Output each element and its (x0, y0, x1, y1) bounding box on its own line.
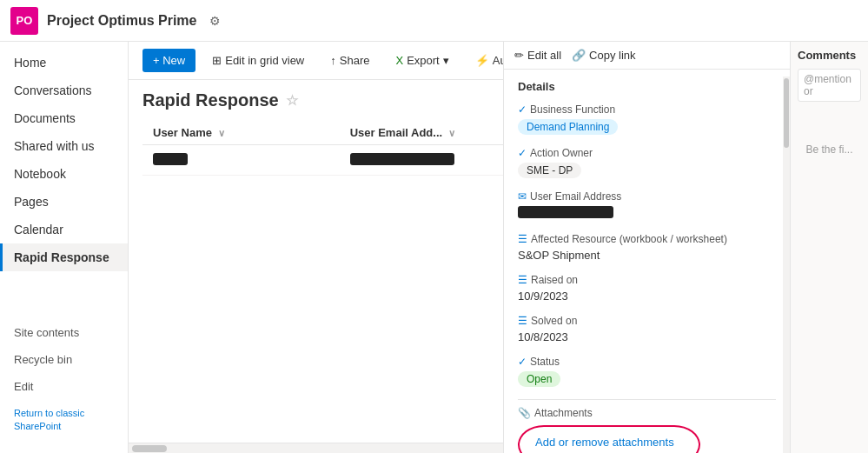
value-status: Open (518, 371, 776, 387)
content-area: + New ⊞ Edit in grid view ↑ Share X Expo… (129, 42, 868, 453)
detail-top-bar: ✏ Edit all 🔗 Copy link (504, 42, 790, 70)
badge-business-function: Demand Planning (518, 119, 618, 135)
return-to-classic[interactable]: Return to classic SharePoint (0, 400, 128, 439)
sidebar-bottom: Site contents Recycle bin Edit Return to… (0, 319, 128, 446)
field-business-function: ✓ Business Function Demand Planning (518, 103, 776, 135)
field-solved-on: ☰ Solved on 10/8/2023 (518, 315, 776, 343)
sidebar-item-shared[interactable]: Shared with us (0, 132, 128, 160)
value-action-owner: SME - DP (518, 163, 776, 178)
calendar-icon-raised: ☰ (518, 274, 527, 286)
sort-icon-user-name: ∨ (218, 128, 225, 138)
edit-grid-button[interactable]: ⊞ Edit in grid view (202, 49, 314, 72)
label-affected-resource: ☰ Affected Resource (workbook / workshee… (518, 233, 776, 245)
badge-action-owner: SME - DP (518, 163, 581, 178)
cell-user-name (142, 145, 340, 176)
redacted-email (518, 206, 613, 218)
field-user-email: ✉ User Email Address (518, 190, 776, 221)
sidebar: Home Conversations Documents Shared with… (0, 42, 129, 453)
export-chevron-icon: ▾ (443, 54, 449, 67)
sidebar-item-calendar[interactable]: Calendar (0, 216, 128, 243)
sort-icon-user-email: ∨ (448, 128, 455, 138)
top-header: PO Project Optimus Prime ⚙ (0, 0, 868, 42)
detail-divider (518, 399, 776, 400)
sidebar-item-site-contents[interactable]: Site contents (0, 319, 128, 346)
sidebar-item-documents[interactable]: Documents (0, 104, 128, 132)
value-affected-resource: S&OP Shipment (518, 249, 776, 262)
field-affected-resource: ☰ Affected Resource (workbook / workshee… (518, 233, 776, 262)
label-raised-on: ☰ Raised on (518, 274, 776, 286)
edit-all-button[interactable]: ✏ Edit all (514, 49, 561, 62)
share-button[interactable]: ↑ Share (321, 49, 379, 72)
value-user-email (518, 206, 776, 221)
comments-placeholder-text: Be the fi... (798, 143, 861, 156)
label-user-email: ✉ User Email Address (518, 190, 776, 203)
scrollbar-thumb (132, 445, 167, 452)
sidebar-item-pages[interactable]: Pages (0, 188, 128, 216)
comments-input[interactable]: @mention or (798, 69, 861, 102)
new-button[interactable]: + New (142, 49, 195, 72)
detail-scrollbar-thumb (784, 78, 789, 148)
sidebar-item-rapid-response[interactable]: Rapid Response (0, 243, 128, 271)
paperclip-icon: 📎 (518, 407, 531, 419)
check-icon-ao: ✓ (518, 147, 527, 159)
sidebar-item-edit[interactable]: Edit (0, 373, 128, 400)
check-icon-bf: ✓ (518, 103, 527, 116)
value-raised-on: 10/9/2023 (518, 290, 776, 303)
detail-panel: ✏ Edit all 🔗 Copy link Details ✓ Busi (503, 42, 790, 453)
sidebar-item-home[interactable]: Home (0, 49, 128, 77)
right-panels: ✏ Edit all 🔗 Copy link Details ✓ Busi (503, 42, 868, 453)
calendar-icon-solved: ☰ (518, 315, 527, 327)
sidebar-item-notebook[interactable]: Notebook (0, 160, 128, 188)
label-solved-on: ☰ Solved on (518, 315, 776, 327)
check-icon-status: ✓ (518, 356, 527, 368)
grid-icon: ⊞ (212, 54, 222, 67)
detail-vertical-scrollbar[interactable] (783, 77, 790, 453)
export-button[interactable]: X Export ▾ (386, 49, 458, 72)
redacted-user-name (153, 153, 188, 165)
redacted-user-email (350, 153, 454, 165)
attachments-section: 📎 Attachments Add or remove attachments (518, 407, 776, 453)
detail-section-title: Details (518, 80, 776, 93)
comments-panel: Comments @mention or Be the fi... (790, 42, 868, 453)
mail-icon: ✉ (518, 190, 527, 203)
automate-icon: ⚡ (475, 54, 489, 67)
col-user-name[interactable]: User Name ∨ (142, 121, 340, 145)
share-icon: ↑ (330, 54, 336, 67)
copy-link-button[interactable]: 🔗 Copy link (572, 49, 635, 62)
link-icon: 🔗 (572, 49, 586, 62)
main-layout: Home Conversations Documents Shared with… (0, 42, 868, 453)
detail-scroll[interactable]: Details ✓ Business Function Demand Plann… (504, 70, 790, 453)
value-business-function: Demand Planning (518, 119, 776, 135)
comments-title: Comments (798, 49, 861, 62)
value-solved-on: 10/8/2023 (518, 330, 776, 343)
add-remove-attachments-link[interactable]: Add or remove attachments (535, 436, 674, 449)
field-action-owner: ✓ Action Owner SME - DP (518, 147, 776, 178)
field-raised-on: ☰ Raised on 10/9/2023 (518, 274, 776, 303)
settings-icon[interactable]: ⚙ (209, 14, 221, 28)
site-title: Project Optimus Prime (47, 13, 197, 29)
edit-icon: ✏ (514, 49, 524, 62)
sidebar-item-recycle-bin[interactable]: Recycle bin (0, 346, 128, 373)
field-status: ✓ Status Open (518, 356, 776, 387)
list-icon-ar: ☰ (518, 233, 527, 245)
export-icon: X (395, 54, 403, 67)
site-avatar: PO (10, 7, 38, 35)
label-action-owner: ✓ Action Owner (518, 147, 776, 159)
label-status: ✓ Status (518, 356, 776, 368)
sidebar-item-conversations[interactable]: Conversations (0, 77, 128, 104)
label-attachments: 📎 Attachments (518, 407, 776, 419)
label-business-function: ✓ Business Function (518, 103, 776, 116)
badge-status: Open (518, 371, 560, 387)
favorite-star-icon[interactable]: ☆ (286, 92, 298, 109)
